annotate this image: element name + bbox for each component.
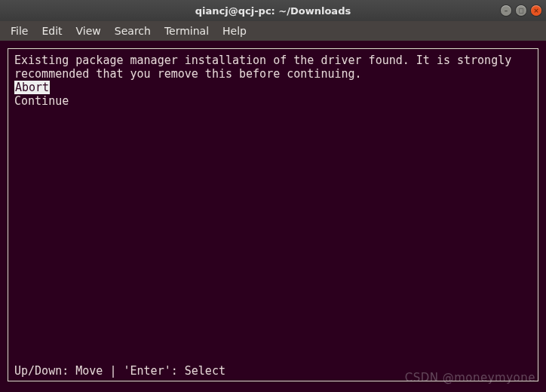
dialog-hint: Up/Down: Move | 'Enter': Select (14, 364, 225, 378)
menu-terminal[interactable]: Terminal (158, 23, 215, 38)
menu-file[interactable]: File (5, 23, 34, 38)
terminal-area[interactable]: Existing package manager installation of… (0, 41, 546, 392)
option-abort[interactable]: Abort (14, 81, 50, 94)
option-continue[interactable]: Continue (14, 94, 69, 108)
menu-bar: File Edit View Search Terminal Help (0, 21, 546, 41)
menu-help[interactable]: Help (216, 23, 253, 38)
menu-search[interactable]: Search (109, 23, 157, 38)
maximize-button[interactable]: ◻ (516, 5, 526, 16)
ncurses-dialog-frame: Existing package manager installation of… (8, 48, 538, 381)
window-title: qiancj@qcj-pc: ~/Downloads (195, 5, 351, 17)
window-controls: – ◻ × (501, 5, 541, 16)
close-button[interactable]: × (531, 5, 541, 16)
minimize-button[interactable]: – (501, 5, 511, 16)
menu-edit[interactable]: Edit (35, 23, 68, 38)
dialog-message: Existing package manager installation of… (14, 54, 532, 81)
window-titlebar: qiancj@qcj-pc: ~/Downloads – ◻ × (0, 0, 546, 21)
dialog-options: Abort Continue (14, 81, 532, 108)
menu-view[interactable]: View (70, 23, 107, 38)
